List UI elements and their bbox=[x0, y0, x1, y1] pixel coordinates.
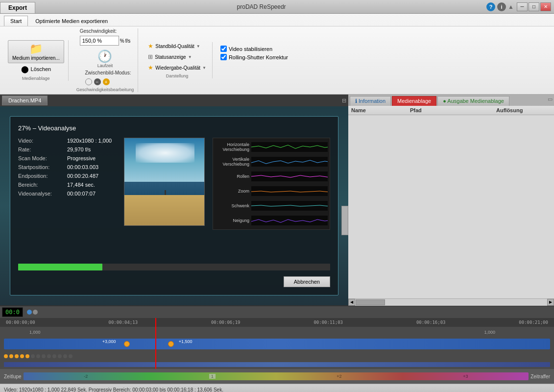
timeline-btn-1[interactable] bbox=[27, 310, 32, 315]
graph-vertikal-line bbox=[251, 157, 328, 167]
scroll-indicator[interactable] bbox=[341, 206, 348, 235]
ribbon-group-stabilisierung: Video stabilisieren Rolling-Shutter Korr… bbox=[217, 46, 292, 75]
playhead[interactable] bbox=[155, 318, 156, 327]
stabilisierung-checkboxes: Video stabilisieren Rolling-Shutter Korr… bbox=[220, 46, 288, 60]
dot-13 bbox=[69, 354, 72, 358]
title-bar: Export proDAD ReSpeedr ? i ▲ ─ □ ✕ bbox=[0, 0, 554, 14]
info-video-row: Video: 1920x1080 : 1,000 bbox=[18, 138, 116, 144]
title-tabs: Export bbox=[0, 0, 36, 13]
pct-unit: % bbox=[120, 38, 124, 44]
tab-information[interactable]: Information bbox=[350, 96, 391, 106]
standbild-quality-button[interactable]: ★ Standbild-Qualität ▼ bbox=[146, 42, 208, 50]
delete-button[interactable]: ⬤ Löschen bbox=[18, 64, 54, 74]
timeline-ruler: 00:00:00;00 00:00:04;13 00:00:06;19 00:0… bbox=[0, 318, 554, 327]
analysis-graphs: Horizontale Verschiebung Vertikale Versc… bbox=[213, 138, 330, 258]
analysis-info: Video: 1920x1080 : 1,000 Rate: 29,970 f/… bbox=[18, 138, 116, 258]
info-video-value: 1920x1080 : 1,000 bbox=[67, 138, 112, 144]
video-stab-row: Video stabilisieren bbox=[220, 46, 288, 52]
ribbon-tabs: Start Optimierte Medien exportieren bbox=[0, 16, 554, 26]
zw-minus-icon[interactable]: − bbox=[94, 78, 101, 85]
collapse-ribbon-button[interactable]: ▲ bbox=[508, 3, 514, 10]
rolling-shutter-checkbox[interactable] bbox=[220, 54, 227, 60]
ribbon-group-darstellung: ★ Standbild-Qualität ▼ ⊞ Statusanzeige ▼… bbox=[142, 42, 213, 78]
timeline-btn-2[interactable] bbox=[33, 310, 38, 315]
scroll-right-arrow[interactable]: ▶ bbox=[547, 299, 554, 306]
graph-neigung-label: Neigung bbox=[215, 218, 249, 223]
track-gradient-bar bbox=[4, 362, 550, 367]
laufzeit-label: Laufzeit bbox=[97, 63, 113, 68]
speed-input[interactable] bbox=[80, 36, 119, 46]
info-start-row: Startposition: 00:00:03.003 bbox=[18, 164, 116, 170]
info-video-label: Video: bbox=[18, 138, 67, 144]
statusanzeige-label: Statusanzeige bbox=[155, 54, 186, 60]
info-start-value: 00:00:03.003 bbox=[67, 164, 98, 170]
speed-input-row: % f/s bbox=[80, 36, 130, 46]
group-label-geschwindigkeit: Geschwindigkeitsbearbeitung bbox=[76, 87, 134, 92]
info-bereich-value: 17,484 sec. bbox=[67, 182, 95, 188]
ribbon-content: 📁 Medium importieren... ⬤ Löschen Medien… bbox=[0, 26, 554, 94]
preview-figure bbox=[165, 190, 166, 195]
zwischenbild-icons: − + bbox=[85, 78, 131, 85]
ribbon-group-medienablage: 📁 Medium importieren... ⬤ Löschen Medien… bbox=[4, 40, 69, 81]
track-bar[interactable] bbox=[4, 339, 550, 349]
ribbon-tab-export[interactable]: Optimierte Medien exportieren bbox=[29, 16, 114, 26]
graph-rollen: Rollen bbox=[215, 170, 328, 183]
speed-label-1: +3,000 bbox=[102, 339, 116, 344]
dot-8 bbox=[42, 354, 46, 358]
graph-zoom: Zoom bbox=[215, 184, 328, 198]
track-label-right: 1,000 bbox=[484, 330, 495, 335]
maximize-button[interactable]: □ bbox=[529, 2, 539, 11]
import-button[interactable]: 📁 Medium importieren... bbox=[8, 40, 64, 63]
info-scan-row: Scan Mode: Progressive bbox=[18, 155, 116, 161]
group-label-darstellung: Darstellung bbox=[166, 74, 189, 78]
ruler-marks: 00:00:00;00 00:00:04;13 00:00:06;19 00:0… bbox=[2, 320, 552, 325]
zw-plus-icon[interactable]: + bbox=[103, 78, 110, 85]
statusanzeige-button[interactable]: ⊞ Statusanzeige ▼ bbox=[146, 53, 208, 61]
graph-schwenk: Schwenk bbox=[215, 199, 328, 213]
info-analyse-label: Videoanalyse: bbox=[18, 191, 67, 196]
right-panel: Information Medienablage Ausgabe Mediena… bbox=[348, 95, 554, 305]
panel-collapse-icon[interactable]: ▭ bbox=[548, 96, 553, 106]
ruler-mark-4: 00:00:16;03 bbox=[416, 320, 446, 325]
speed-label-2: +1,500 bbox=[179, 339, 193, 344]
scroll-track[interactable] bbox=[355, 299, 547, 306]
clock-icon: 🕐 bbox=[97, 49, 112, 63]
graph-schwenk-svg bbox=[251, 201, 328, 211]
graph-vertikal-svg bbox=[251, 157, 328, 167]
speed-mark-pos2: +2 bbox=[337, 374, 341, 379]
tab-ausgabe-medienablage[interactable]: Ausgabe Medienablage bbox=[437, 96, 509, 106]
ribbon: Start Optimierte Medien exportieren 📁 Me… bbox=[0, 14, 554, 95]
help-button[interactable]: ? bbox=[486, 2, 495, 11]
settings-icon[interactable]: i bbox=[497, 2, 506, 11]
video-stab-label: Video stabilisieren bbox=[229, 46, 272, 52]
close-button[interactable]: ✕ bbox=[540, 2, 551, 11]
export-tab[interactable]: Export bbox=[0, 2, 35, 13]
graph-zoom-label: Zoom bbox=[215, 189, 249, 194]
video-stab-checkbox[interactable] bbox=[220, 46, 227, 52]
ruler-mark-1: 00:00:04;13 bbox=[108, 320, 138, 325]
analysis-progress-bar bbox=[18, 264, 330, 270]
dot-2 bbox=[9, 354, 13, 358]
dot-1 bbox=[4, 354, 8, 358]
zw-empty-icon[interactable] bbox=[85, 78, 92, 85]
track-label-left: 1,000 bbox=[29, 330, 41, 335]
wiedergabe-quality-button[interactable]: ★ Wiedergabe-Qualität ▼ bbox=[146, 64, 208, 72]
wiedergabe-label: Wiedergabe-Qualität bbox=[155, 65, 200, 71]
cancel-button[interactable]: Abbrechen bbox=[284, 276, 330, 287]
preview-clouds bbox=[136, 143, 194, 163]
analysis-title: 27% – Videoanalyse bbox=[18, 124, 330, 132]
tab-medienablage[interactable]: Medienablage bbox=[392, 96, 436, 106]
video-file-tab[interactable]: Drachen.MP4 bbox=[2, 96, 48, 105]
group-label-medienablage: Medienablage bbox=[22, 76, 50, 81]
tab-minimize-icon[interactable]: ⊟ bbox=[342, 98, 346, 104]
scroll-thumb[interactable] bbox=[356, 299, 385, 305]
ribbon-tab-start[interactable]: Start bbox=[4, 16, 28, 26]
minimize-button[interactable]: ─ bbox=[517, 2, 528, 11]
speed-label: Geschwindigkeit: bbox=[80, 28, 130, 34]
video-section: Drachen.MP4 ⊟ 27% – Videoanalyse Video: … bbox=[0, 95, 348, 305]
speed-node-2[interactable] bbox=[168, 341, 174, 347]
timeline-top: 00:0 bbox=[0, 306, 554, 318]
graph-horizontal-label: Horizontale Verschiebung bbox=[215, 142, 249, 152]
scroll-left-arrow[interactable]: ◀ bbox=[348, 299, 355, 306]
standbild-label: Standbild-Qualität bbox=[155, 44, 194, 49]
